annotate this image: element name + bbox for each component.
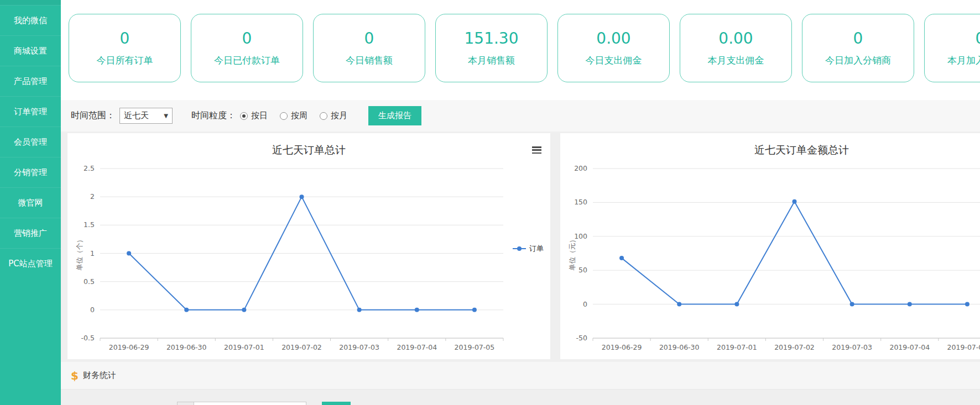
sidebar-item-member-mgmt[interactable]: 会员管理 — [0, 127, 61, 157]
legend-line-icon — [512, 246, 527, 251]
orders-chart-legend[interactable]: 订单 — [512, 244, 544, 254]
stat-label: 本月支出佣金 — [708, 54, 764, 67]
granularity-option-day[interactable]: 按日 — [240, 111, 268, 121]
sidebar-item-pc-site-mgmt[interactable]: PC站点管理 — [0, 248, 61, 278]
radio-label: 按日 — [251, 111, 268, 121]
sidebar-item-marketing[interactable]: 营销推广 — [0, 218, 61, 248]
stat-value: 0.00 — [596, 29, 630, 48]
stat-label: 今日加入分销商 — [825, 54, 891, 67]
finance-title: 财务统计 — [83, 370, 116, 381]
svg-text:-0.5: -0.5 — [81, 334, 95, 342]
sidebar-item-label: 营销推广 — [14, 228, 47, 239]
dashboard: 我的微信 商城设置 产品管理 订单管理 会员管理 分销管理 微官网 营销推广 P… — [0, 0, 980, 405]
granularity-label: 时间粒度： — [191, 110, 236, 122]
generate-report-button[interactable]: 生成报告 — [368, 106, 421, 125]
svg-text:150: 150 — [574, 198, 587, 206]
svg-text:50: 50 — [578, 266, 587, 274]
svg-text:单位（元）: 单位（元） — [568, 236, 576, 271]
svg-text:200: 200 — [574, 164, 587, 172]
stat-value: 151.30 — [465, 29, 519, 48]
svg-text:2019-07-03: 2019-07-03 — [339, 343, 379, 351]
sidebar-item-my-wechat[interactable]: 我的微信 — [0, 5, 61, 35]
sidebar-item-label: 商城设置 — [14, 46, 47, 56]
stat-value: 0 — [976, 29, 980, 48]
stat-label: 本月销售额 — [468, 54, 515, 67]
finance-query-row — [177, 402, 351, 405]
svg-text:2019-07-05: 2019-07-05 — [455, 343, 495, 351]
stat-card-today-distributors[interactable]: 0 今日加入分销商 — [802, 14, 914, 82]
dollar-icon: $ — [71, 369, 79, 382]
stat-label: 今日已付款订单 — [214, 54, 280, 67]
svg-text:2019-07-02: 2019-07-02 — [774, 343, 815, 351]
svg-text:1.5: 1.5 — [84, 220, 95, 229]
svg-text:2: 2 — [90, 192, 95, 201]
amount-chart-svg: -500501001502002019-06-292019-06-302019-… — [560, 133, 980, 359]
legend-label: 订单 — [529, 244, 544, 254]
svg-text:-50: -50 — [576, 334, 587, 342]
orders-chart-svg: -0.500.511.522.52019-06-292019-06-302019… — [67, 133, 550, 359]
svg-text:2019-06-29: 2019-06-29 — [602, 343, 642, 351]
stat-card-today-orders[interactable]: 0 今日所有订单 — [69, 14, 181, 82]
sidebar-item-label: 产品管理 — [14, 76, 47, 87]
radio-icon — [240, 112, 248, 120]
radio-icon — [280, 112, 288, 120]
stat-card-today-commission[interactable]: 0.00 今日支出佣金 — [557, 14, 670, 82]
sidebar-item-micro-site[interactable]: 微官网 — [0, 187, 61, 218]
stat-label: 今日销售额 — [346, 54, 393, 67]
finance-date-input[interactable] — [194, 402, 306, 405]
svg-text:0: 0 — [583, 300, 587, 308]
sidebar-item-distribution-mgmt[interactable]: 分销管理 — [0, 157, 61, 187]
sidebar-item-mall-settings[interactable]: 商城设置 — [0, 35, 61, 66]
sidebar: 我的微信 商城设置 产品管理 订单管理 会员管理 分销管理 微官网 营销推广 P… — [0, 0, 61, 405]
svg-text:单位（个）: 单位（个） — [75, 236, 84, 271]
svg-text:1: 1 — [90, 249, 95, 257]
sidebar-item-label: 微官网 — [18, 198, 43, 208]
filter-bar: 时间范围： 近七天 ▼ 时间粒度： 按日 按周 按月 生成报告 — [61, 100, 980, 132]
svg-text:0: 0 — [90, 306, 95, 314]
stat-label: 今日支出佣金 — [586, 54, 642, 67]
svg-text:0.5: 0.5 — [84, 277, 95, 286]
svg-text:2019-07-03: 2019-07-03 — [832, 343, 872, 351]
stat-value: 0 — [120, 29, 130, 48]
granularity-option-month[interactable]: 按月 — [320, 111, 347, 121]
sidebar-item-product-mgmt[interactable]: 产品管理 — [0, 66, 61, 96]
stats-strip: 0 今日所有订单 0 今日已付款订单 0 今日销售额 151.30 本月销售额 … — [61, 0, 980, 100]
sidebar-item-label: PC站点管理 — [8, 259, 53, 269]
stat-card-month-commission[interactable]: 0.00 本月支出佣金 — [680, 14, 792, 82]
time-range-value: 近七天 — [124, 111, 149, 121]
svg-text:2019-07-01: 2019-07-01 — [224, 343, 264, 351]
stat-value: 0.00 — [718, 29, 753, 48]
sidebar-item-order-mgmt[interactable]: 订单管理 — [0, 96, 61, 127]
svg-text:2019-07-04: 2019-07-04 — [889, 343, 930, 351]
sidebar-item-label: 订单管理 — [14, 107, 47, 117]
stat-value: 0 — [242, 29, 252, 48]
input-addon — [177, 402, 194, 405]
stat-card-month-distributors[interactable]: 0 本月加入分销商 — [924, 14, 980, 82]
finance-section-header: $ 财务统计 — [61, 362, 980, 390]
stat-label: 今日所有订单 — [97, 54, 153, 67]
stat-value: 0 — [364, 29, 374, 48]
svg-text:2019-06-29: 2019-06-29 — [109, 343, 149, 351]
sidebar-item-label: 会员管理 — [14, 137, 47, 148]
orders-chart-panel: 近七天订单总计 -0.500.511.522.52019-06-292019-0… — [67, 133, 550, 359]
radio-label: 按周 — [291, 111, 307, 121]
chevron-down-icon: ▼ — [164, 113, 168, 119]
time-range-label: 时间范围： — [71, 110, 115, 122]
amount-chart-panel: 近七天订单金额总计 -500501001502002019-06-292019-… — [560, 133, 980, 359]
svg-text:2019-06-30: 2019-06-30 — [659, 343, 700, 351]
sidebar-item-label: 分销管理 — [14, 167, 47, 178]
stat-cards: 0 今日所有订单 0 今日已付款订单 0 今日销售额 151.30 本月销售额 … — [61, 0, 980, 82]
stat-card-today-sales[interactable]: 0 今日销售额 — [313, 14, 425, 82]
stat-card-month-sales[interactable]: 151.30 本月销售额 — [435, 14, 548, 82]
sidebar-item-label: 我的微信 — [14, 15, 47, 26]
svg-text:2019-07-05: 2019-07-05 — [947, 343, 980, 351]
svg-text:2019-07-04: 2019-07-04 — [397, 343, 437, 351]
granularity-option-week[interactable]: 按周 — [280, 111, 307, 121]
sidebar-top — [0, 0, 61, 5]
stat-card-today-paid-orders[interactable]: 0 今日已付款订单 — [191, 14, 303, 82]
svg-text:2019-07-01: 2019-07-01 — [717, 343, 757, 351]
svg-text:2019-06-30: 2019-06-30 — [166, 343, 207, 351]
finance-query-button[interactable] — [322, 402, 351, 405]
time-range-select[interactable]: 近七天 ▼ — [119, 108, 173, 124]
stat-value: 0 — [853, 29, 863, 48]
